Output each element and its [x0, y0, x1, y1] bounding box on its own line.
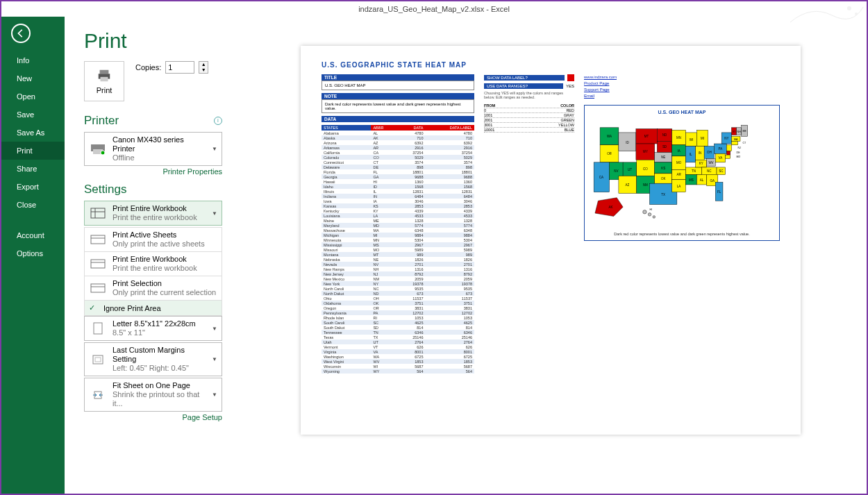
svg-text:MD: MD — [737, 156, 741, 158]
map-title: U.S. GEO HEAT MAP — [589, 110, 775, 115]
svg-text:OR: OR — [607, 152, 612, 156]
table-row: North CaroliNC95359535 — [322, 286, 474, 291]
table-row: New MexicoNM20592059 — [322, 276, 474, 281]
window-title: indzara_US_Geo_Heat_Map_v2.xlsx - Excel — [1, 1, 867, 17]
table-row: New HampsNH13161316 — [322, 267, 474, 271]
data-table: STATESABBRDATADATA LABEL AlabamaAL478047… — [322, 125, 474, 374]
sidebar-item-share[interactable]: Share — [1, 160, 65, 178]
svg-text:NY: NY — [724, 137, 728, 140]
workbook-icon — [90, 208, 106, 219]
sidebar-item-new[interactable]: New — [1, 69, 65, 87]
svg-text:WV: WV — [708, 161, 713, 165]
note-value: Dark red color represents lowest value a… — [322, 99, 474, 113]
color-header: COLOR — [560, 103, 574, 108]
svg-text:MN: MN — [676, 136, 681, 140]
svg-text:AK: AK — [609, 205, 613, 209]
printer-selector[interactable]: Canon MX430 series Printer Offline ▼ — [84, 132, 222, 166]
yes-value: YES — [566, 84, 574, 88]
margins-selector[interactable]: Last Custom Margins Setting Left: 0.45" … — [84, 342, 222, 376]
copies-spinner[interactable]: ▲▼ — [199, 61, 208, 74]
svg-text:TX: TX — [661, 193, 665, 196]
paper-size-selector[interactable]: Letter 8.5"x11" 22x28cm 8.5" x 11" ▼ — [84, 316, 222, 341]
printer-name: Canon MX430 series Printer — [112, 135, 206, 153]
ignore-print-area-label: Ignore Print Area — [103, 304, 161, 312]
info-icon[interactable]: i — [214, 117, 222, 125]
printer-device-icon — [90, 143, 106, 156]
sidebar-item-open[interactable]: Open — [1, 87, 65, 106]
ignore-print-area-option[interactable]: Ignore Print Area — [84, 301, 222, 316]
svg-text:CA: CA — [599, 176, 603, 179]
sidebar-item-save[interactable]: Save — [1, 106, 65, 124]
svg-rect-8 — [91, 208, 105, 218]
table-row: IllinoisIL1283112831 — [322, 189, 474, 194]
sidebar-item-options[interactable]: Options — [1, 244, 65, 262]
svg-text:VA: VA — [719, 156, 723, 160]
svg-text:SC: SC — [719, 169, 724, 173]
svg-text:TN: TN — [692, 169, 696, 173]
table-row: OklahomaOK37513751 — [322, 301, 474, 305]
table-row: OregonOR38313831 — [322, 305, 474, 310]
sidebar-item-save-as[interactable]: Save As — [1, 124, 65, 142]
printer-section-heading: Printer — [84, 114, 119, 128]
svg-text:HI: HI — [650, 208, 653, 211]
table-row: LouisianaLA45334533 — [322, 213, 474, 218]
page-heading: Print — [84, 29, 222, 53]
table-row: VermontVT626626 — [322, 344, 474, 349]
table-row: GeorgiaGA96889688 — [322, 174, 474, 179]
sidebar-item-export[interactable]: Export — [1, 178, 65, 196]
sidebar-item-info[interactable]: Info — [1, 51, 65, 69]
svg-text:NC: NC — [707, 169, 712, 173]
print-scope-selector[interactable]: Print Entire Workbook Print the entire w… — [84, 201, 222, 226]
margins-sub: Left: 0.45" Right: 0.45" — [112, 364, 206, 373]
table-row: HawaiiHI13601360 — [322, 179, 474, 184]
backstage-sidebar: InfoNewOpenSaveSave AsPrintShareExportCl… — [1, 17, 65, 494]
range-row: 0RED — [484, 108, 574, 113]
sidebar-item-print[interactable]: Print — [1, 142, 65, 160]
table-row: North DakotND673673 — [322, 291, 474, 296]
svg-rect-4 — [101, 77, 108, 81]
print-preview-area: U.S. GEOGRAPHIC STATE HEAT MAP TITLE U.S… — [235, 17, 867, 494]
table-row: WisconsinWI56875687 — [322, 364, 474, 369]
svg-text:NM: NM — [643, 183, 648, 187]
paper-title: Letter 8.5"x11" 22x28cm — [112, 319, 206, 328]
range-row: 1001GRAY — [484, 113, 574, 118]
svg-text:WI: WI — [690, 138, 693, 142]
svg-text:MT: MT — [644, 135, 649, 138]
chevron-down-icon: ▼ — [212, 146, 217, 152]
svg-text:DE: DE — [737, 151, 741, 154]
printer-status: Offline — [112, 153, 206, 162]
svg-rect-15 — [91, 284, 105, 292]
print-button[interactable]: Print — [84, 61, 124, 101]
map-container: U.S. GEO HEAT MAP WA OR CA NV ID UT AZ M… — [584, 105, 780, 241]
page-icon — [92, 322, 103, 335]
svg-text:VT: VT — [733, 131, 736, 133]
sidebar-item-account[interactable]: Account — [1, 226, 65, 244]
map-caption: Dark red color represents lowest value a… — [589, 232, 775, 236]
svg-text:WA: WA — [607, 135, 612, 138]
sidebar-item-close[interactable]: Close — [1, 196, 65, 214]
page-setup-link[interactable]: Page Setup — [84, 413, 222, 421]
table-row: South CaroliSC46254625 — [322, 320, 474, 325]
svg-text:KS: KS — [661, 167, 665, 170]
svg-text:LA: LA — [677, 185, 681, 188]
printer-properties-link[interactable]: Printer Properties — [84, 167, 222, 176]
use-data-ranges: USE DATA RANGES? — [484, 83, 563, 89]
chevron-down-icon: ▼ — [212, 356, 217, 362]
copies-input[interactable] — [165, 61, 194, 74]
table-row: WyomingWY564564 — [322, 369, 474, 374]
table-row: AlabamaAL47804780 — [322, 131, 474, 135]
svg-text:KY: KY — [699, 162, 703, 165]
scope-option[interactable]: Print SelectionOnly print the current se… — [84, 276, 222, 301]
back-button[interactable] — [11, 24, 31, 43]
svg-rect-2 — [100, 70, 109, 74]
svg-text:SD: SD — [662, 145, 667, 149]
svg-point-117 — [648, 213, 651, 216]
scope-option[interactable]: Print Entire WorkbookPrint the entire wo… — [84, 252, 222, 276]
paper-sub: 8.5" x 11" — [112, 328, 206, 337]
show-data-label: SHOW DATA LABEL? — [484, 75, 565, 81]
scope-option[interactable]: Print Active SheetsOnly print the active… — [84, 227, 222, 252]
ranges-note: Choosing YES will apply the colors and r… — [484, 91, 574, 99]
table-row: NevadaNV27012701 — [322, 262, 474, 267]
scaling-selector[interactable]: Fit Sheet on One Page Shrink the printou… — [84, 378, 222, 412]
svg-text:AL: AL — [700, 178, 704, 182]
